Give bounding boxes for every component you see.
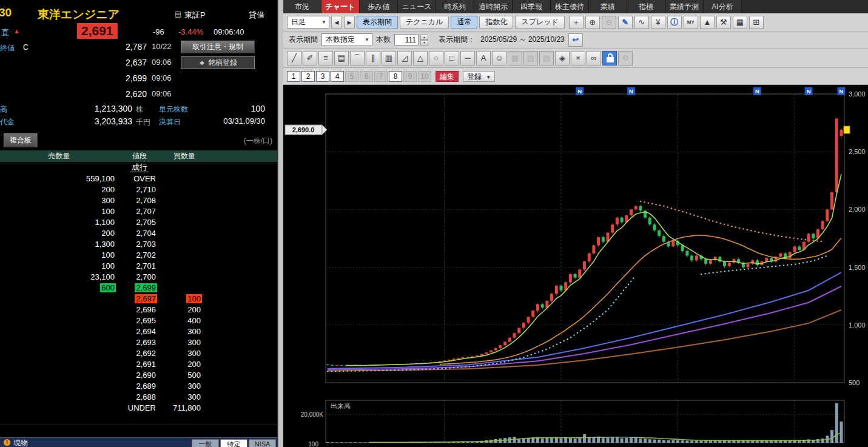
register-chart-button[interactable]: 登録 ▼ bbox=[463, 71, 495, 82]
order-book-row[interactable]: 23,1002,700 bbox=[0, 271, 278, 282]
order-book-row[interactable]: 1,3002,703 bbox=[0, 238, 278, 249]
order-book-row[interactable]: 2,691200 bbox=[0, 358, 278, 369]
order-book-row[interactable]: 2,696200 bbox=[0, 304, 278, 315]
print-icon[interactable]: ▦ bbox=[733, 16, 747, 29]
toggle-indexed[interactable]: 指数化 bbox=[479, 16, 513, 29]
tab-ticks[interactable]: 歩み値 bbox=[360, 0, 398, 13]
tab-time-series[interactable]: 時系列 bbox=[436, 0, 474, 13]
ellipse-icon[interactable]: ○ bbox=[429, 51, 443, 66]
gear-icon[interactable]: ⚙ bbox=[618, 51, 633, 66]
composite-board-button[interactable]: 複合板 bbox=[4, 133, 38, 147]
vlines-icon[interactable]: ▥ bbox=[382, 51, 396, 66]
image-1-icon[interactable]: ▩ bbox=[508, 51, 522, 66]
order-book-row[interactable]: UNDER711,800 bbox=[0, 402, 278, 413]
tab-market[interactable]: 市況 bbox=[283, 0, 321, 13]
order-book-row[interactable]: 2,688300 bbox=[0, 391, 278, 402]
tab-ai-analysis[interactable]: AI分析 bbox=[704, 0, 742, 13]
draw-pencil-icon[interactable]: ✎ bbox=[618, 16, 633, 29]
image-2-icon[interactable]: ▨ bbox=[523, 51, 538, 66]
account-tab[interactable]: NISA bbox=[249, 439, 276, 447]
grid-icon[interactable]: ▤ bbox=[334, 51, 349, 66]
tab-forecast[interactable]: 業績予測 bbox=[665, 0, 704, 13]
popout-icon[interactable]: ⊞ bbox=[749, 16, 764, 29]
area-chart-icon[interactable]: ▲ bbox=[700, 16, 715, 29]
candlestick-chart[interactable]: 5001,0001,5002,0002,5003,000NNNNN2,690.0… bbox=[283, 85, 868, 447]
chart-slot-5[interactable]: 5 bbox=[345, 71, 358, 82]
freehand-icon[interactable]: ∿ bbox=[634, 16, 649, 29]
trade-caution-button[interactable]: 取引注意・規制 bbox=[181, 41, 255, 53]
scroll-next-button[interactable]: ▶ bbox=[344, 16, 355, 29]
toggle-normal[interactable]: 通常 bbox=[451, 16, 477, 29]
order-book-row[interactable]: 1002,701 bbox=[0, 260, 278, 271]
order-book-row[interactable]: 3002,708 bbox=[0, 195, 278, 206]
chart-slot-10[interactable]: 10 bbox=[418, 71, 431, 82]
order-book-row[interactable]: 1,1002,705 bbox=[0, 217, 278, 227]
account-tab[interactable]: 特定 bbox=[220, 439, 247, 447]
toggle-spread[interactable]: スプレッド bbox=[515, 16, 564, 29]
trendline-icon[interactable]: ╱ bbox=[287, 51, 301, 66]
hlines-icon[interactable]: ≡ bbox=[318, 51, 333, 66]
chart-slot-7[interactable]: 7 bbox=[374, 71, 388, 82]
interval-select[interactable]: 日足 ▼ bbox=[287, 16, 329, 29]
chart-slot-3[interactable]: 3 bbox=[316, 71, 329, 82]
order-book-row[interactable]: 2,694300 bbox=[0, 326, 278, 337]
order-book-row[interactable]: 2,693300 bbox=[0, 337, 278, 348]
order-book-row[interactable]: 1002,707 bbox=[0, 206, 278, 217]
scroll-prev-button[interactable]: ◀ bbox=[331, 16, 342, 29]
fib-icon[interactable]: ◿ bbox=[397, 51, 412, 66]
order-book-row[interactable]: 成行 bbox=[0, 162, 278, 173]
order-book-row[interactable]: 2,690500 bbox=[0, 369, 278, 380]
settings-wrench-icon[interactable]: ⚒ bbox=[716, 16, 731, 29]
chart-slot-2[interactable]: 2 bbox=[301, 71, 315, 82]
order-book-row[interactable]: 559,100OVER bbox=[0, 173, 278, 184]
image-3-icon[interactable]: ▧ bbox=[539, 51, 554, 66]
bar-count-input[interactable] bbox=[394, 34, 419, 45]
zoom-out-icon[interactable]: ⊖ bbox=[602, 16, 616, 29]
count-spinner[interactable]: ▲ ▼ bbox=[420, 35, 428, 45]
order-book-row[interactable]: 2002,710 bbox=[0, 184, 278, 195]
tab-news[interactable]: ニュース bbox=[398, 0, 436, 13]
tab-shikiho[interactable]: 四季報 bbox=[513, 0, 551, 13]
text-icon[interactable]: A bbox=[476, 51, 491, 66]
zoom-in-icon[interactable]: ⊕ bbox=[585, 16, 600, 29]
order-book-row[interactable]: 2,692300 bbox=[0, 348, 278, 358]
chart-slot-4[interactable]: 4 bbox=[331, 71, 344, 82]
add-icon[interactable]: ＋ bbox=[569, 16, 584, 29]
period-mode-select[interactable]: 本数指定 ▼ bbox=[321, 33, 372, 46]
tab-chart[interactable]: チャート bbox=[321, 0, 360, 13]
chart-slot-6[interactable]: 6 bbox=[360, 71, 373, 82]
toggle-display-period[interactable]: 表示期間 bbox=[357, 16, 398, 29]
chart-slot-8[interactable]: 8 bbox=[389, 71, 402, 82]
order-book-row[interactable]: 2002,704 bbox=[0, 227, 278, 238]
eraser-all-icon[interactable]: × bbox=[571, 51, 585, 66]
spinner-up-icon[interactable]: ▲ bbox=[420, 35, 428, 40]
toggle-technical[interactable]: テクニカル bbox=[400, 16, 449, 29]
arc-icon[interactable]: ⌒ bbox=[350, 51, 365, 66]
chart-area[interactable]: 5001,0001,5002,0002,5003,000NNNNN2,690.0… bbox=[283, 85, 868, 447]
tab-disclosure[interactable]: 適時開示 bbox=[474, 0, 513, 13]
edit-button[interactable]: 編集 bbox=[436, 71, 459, 82]
order-book-row[interactable]: 2,695400 bbox=[0, 315, 278, 326]
eraser-icon[interactable]: ◈ bbox=[555, 51, 570, 66]
add-watchlist-button[interactable]: ＋銘柄登録 bbox=[181, 56, 255, 69]
undo-icon[interactable]: ↩ bbox=[568, 33, 583, 47]
order-book-row[interactable]: 6002,699 bbox=[0, 282, 278, 293]
marker-icon[interactable]: ✐ bbox=[303, 51, 317, 66]
order-book-row[interactable]: 2,689300 bbox=[0, 380, 278, 391]
polygon-icon[interactable]: △ bbox=[413, 51, 428, 66]
tab-earnings[interactable]: 業績 bbox=[589, 0, 627, 13]
channel-icon[interactable]: ∥ bbox=[366, 51, 380, 66]
chart-slot-9[interactable]: 9 bbox=[403, 71, 417, 82]
order-book-row[interactable]: 1002,702 bbox=[0, 249, 278, 260]
rect-icon[interactable]: □ bbox=[445, 51, 459, 66]
tab-indicators[interactable]: 指標 bbox=[627, 0, 665, 13]
currency-yen-icon[interactable]: ¥ bbox=[651, 16, 665, 29]
my-chart-icon[interactable]: MY bbox=[684, 16, 698, 29]
tab-benefits[interactable]: 株主優待 bbox=[551, 0, 589, 13]
info-icon[interactable]: ⓘ bbox=[667, 16, 682, 29]
emoji-stamp-icon[interactable]: ☺ bbox=[492, 51, 506, 66]
hline-icon[interactable]: ─ bbox=[460, 51, 475, 66]
order-book-row[interactable]: 2,697100 bbox=[0, 293, 278, 304]
lock-icon[interactable] bbox=[602, 51, 617, 66]
chart-slot-1[interactable]: 1 bbox=[287, 71, 300, 82]
